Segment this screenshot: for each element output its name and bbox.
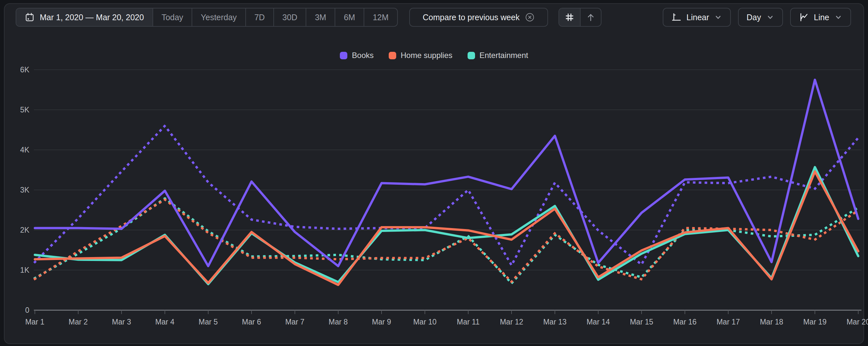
legend-item-home-supplies[interactable]: Home supplies [389,51,453,60]
grid-toggle-button[interactable] [559,8,580,26]
export-button[interactable] [580,8,601,26]
preset-yesterday[interactable]: Yesterday [192,8,245,26]
granularity-dropdown-label: Day [746,13,761,22]
preset-today[interactable]: Today [153,8,192,26]
granularity-dropdown[interactable]: Day [738,8,783,27]
chart-type-dropdown[interactable]: Line [790,8,851,27]
chart-legend: Books Home supplies Entertainment [0,51,868,60]
date-range-label: Mar 1, 2020 — Mar 20, 2020 [40,13,144,22]
grid-icon [565,12,575,22]
scale-dropdown-label: Linear [686,13,709,22]
books-swatch [340,52,347,59]
preset-3m[interactable]: 3M [306,8,335,26]
preset-7d[interactable]: 7D [245,8,273,26]
chevron-down-icon [834,13,843,22]
display-toggle-group [558,8,601,27]
date-range-button[interactable]: Mar 1, 2020 — Mar 20, 2020 [16,8,153,26]
scale-dropdown[interactable]: Linear [663,8,731,27]
compare-chip-label: Compare to previous week [423,13,519,22]
legend-label: Home supplies [401,51,453,60]
preset-30d[interactable]: 30D [273,8,306,26]
chart-settings: Linear Day Line [663,8,851,27]
legend-label: Entertainment [479,51,528,60]
compare-chip[interactable]: Compare to previous week [409,8,548,27]
date-range-control: Mar 1, 2020 — Mar 20, 2020 Today Yesterd… [16,8,398,27]
home-supplies-swatch [389,52,396,59]
axis-icon [671,12,682,23]
dismiss-circle-icon[interactable] [525,12,535,22]
preset-12m[interactable]: 12M [364,8,397,26]
entertainment-swatch [468,52,475,59]
legend-label: Books [352,51,374,60]
legend-item-books[interactable]: Books [340,51,374,60]
calendar-icon [25,12,34,22]
chevron-down-icon [766,13,774,22]
chevron-down-icon [714,13,722,22]
toolbar: Mar 1, 2020 — Mar 20, 2020 Today Yesterd… [0,8,868,27]
arrow-up-icon [586,12,596,22]
legend-item-entertainment[interactable]: Entertainment [468,51,528,60]
chart-type-dropdown-label: Line [814,13,829,22]
preset-6m[interactable]: 6M [335,8,364,26]
line-chart-icon [799,12,809,23]
